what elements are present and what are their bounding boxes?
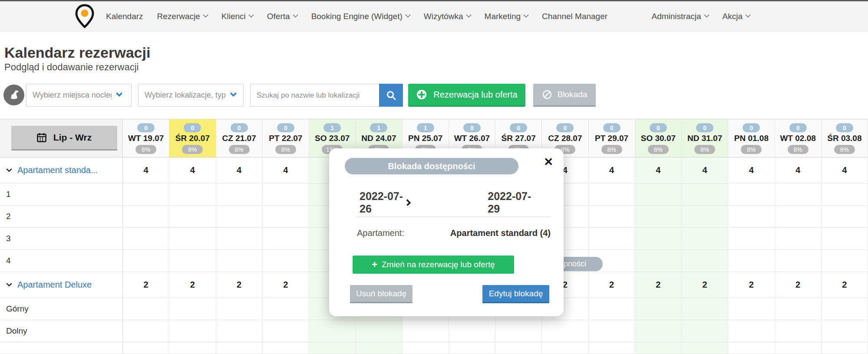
calendar-cell[interactable] — [728, 184, 775, 205]
calendar-cell[interactable] — [822, 250, 868, 272]
calendar-cell[interactable] — [822, 206, 868, 227]
calendar-cell[interactable] — [728, 228, 775, 249]
date-from[interactable]: 2022-07-26 — [360, 190, 405, 215]
location-type-dropdown[interactable]: Wybierz lokalizacje, typ — [138, 84, 244, 107]
calendar-cell[interactable]: 4 — [589, 157, 635, 183]
calendar-cell[interactable] — [635, 320, 682, 342]
calendar-cell[interactable] — [263, 228, 309, 249]
day-header-r-20-07[interactable]: 0ŚR 20.078% — [169, 119, 216, 157]
calendar-cell[interactable]: 4 — [728, 157, 775, 183]
nav-item-marketing[interactable]: Marketing — [485, 12, 528, 21]
calendar-cell[interactable] — [775, 298, 822, 320]
calendar-cell[interactable] — [123, 320, 169, 342]
nav-item-kalendarz[interactable]: Kalendarz — [106, 12, 143, 21]
calendar-cell[interactable]: 2 — [682, 272, 728, 298]
day-header-so-30-07[interactable]: 0SO 30.078% — [635, 119, 682, 157]
calendar-cell[interactable] — [775, 342, 822, 354]
calendar-cell[interactable]: 2 — [169, 272, 216, 298]
close-icon[interactable]: ✕ — [544, 156, 553, 167]
calendar-cell[interactable] — [682, 184, 728, 205]
calendar-cell[interactable] — [169, 320, 216, 342]
calendar-cell[interactable] — [682, 250, 728, 272]
convert-to-reservation-button[interactable]: + Zmień na rezerwację lub ofertę — [353, 256, 514, 274]
calendar-cell[interactable] — [822, 184, 868, 205]
calendar-cell[interactable] — [728, 298, 775, 320]
calendar-cell[interactable] — [635, 342, 682, 354]
calendar-cell[interactable]: 4 — [635, 157, 682, 183]
calendar-cell[interactable] — [635, 206, 682, 227]
calendar-cell[interactable]: 2 — [589, 272, 635, 298]
calendar-cell[interactable] — [589, 298, 635, 320]
calendar-cell[interactable] — [542, 320, 588, 342]
calendar-cell[interactable]: 4 — [263, 157, 309, 183]
calendar-cell[interactable] — [589, 342, 635, 354]
calendar-cell[interactable] — [356, 342, 402, 354]
nav-item-administracja[interactable]: Administracja — [651, 12, 708, 21]
block-button[interactable]: Blokada — [533, 84, 596, 107]
nav-item-akcja[interactable]: Akcja — [723, 12, 750, 21]
day-header-wt-02-08[interactable]: 0WT 02.088% — [775, 119, 822, 157]
calendar-cell[interactable] — [775, 184, 822, 205]
calendar-cell[interactable] — [123, 228, 169, 249]
nav-item-channel-manager[interactable]: Channel Manager — [542, 12, 607, 21]
map-pin-logo[interactable] — [75, 4, 95, 29]
calendar-cell[interactable]: 2 — [635, 272, 682, 298]
calendar-cell[interactable] — [216, 184, 263, 205]
calendar-cell[interactable]: 4 — [169, 157, 216, 183]
calendar-cell[interactable] — [263, 250, 309, 272]
day-header-r-03-08[interactable]: 0ŚR 03.088% — [822, 119, 868, 157]
calendar-cell[interactable] — [635, 298, 682, 320]
calendar-cell[interactable] — [495, 342, 542, 354]
nav-item-klienci[interactable]: Klienci — [221, 12, 253, 21]
calendar-cell[interactable] — [356, 320, 402, 342]
calendar-cell[interactable] — [495, 320, 542, 342]
calendar-cell[interactable]: 2 — [775, 272, 822, 298]
clear-filters-button[interactable] — [3, 85, 24, 105]
nav-item-wizyt-wka[interactable]: Wizytówka — [424, 12, 471, 21]
nav-item-oferta[interactable]: Oferta — [267, 12, 297, 21]
calendar-cell[interactable] — [403, 320, 449, 342]
calendar-cell[interactable] — [216, 320, 263, 342]
calendar-cell[interactable] — [775, 206, 822, 227]
calendar-cell[interactable] — [589, 184, 635, 205]
calendar-cell[interactable] — [682, 342, 728, 354]
day-header-cz-21-07[interactable]: 0CZ 21.078% — [216, 119, 263, 157]
calendar-cell[interactable] — [822, 298, 868, 320]
calendar-cell[interactable] — [589, 206, 635, 227]
reservation-or-offer-button[interactable]: Rezerwacja lub oferta — [408, 84, 525, 107]
calendar-cell[interactable]: 4 — [216, 157, 263, 183]
date-to[interactable]: 2022-07-29 — [488, 190, 533, 215]
search-button[interactable] — [379, 84, 403, 107]
calendar-cell[interactable] — [169, 250, 216, 272]
calendar-cell[interactable] — [775, 228, 822, 249]
calendar-cell[interactable] — [263, 206, 309, 227]
calendar-cell[interactable]: 2 — [123, 272, 169, 298]
calendar-cell[interactable]: 2 — [216, 272, 263, 298]
accommodation-dropdown[interactable]: Wybierz miejsca noclego — [26, 84, 132, 107]
calendar-cell[interactable] — [449, 320, 495, 342]
calendar-cell[interactable]: 4 — [123, 157, 169, 183]
calendar-cell[interactable] — [216, 298, 263, 320]
day-header-pt-22-07[interactable]: 0PT 22.078% — [263, 119, 309, 157]
calendar-cell[interactable] — [775, 250, 822, 272]
day-header-pn-01-08[interactable]: 0PN 01.088% — [728, 119, 775, 157]
calendar-cell[interactable] — [682, 320, 728, 342]
calendar-cell[interactable] — [728, 250, 775, 272]
calendar-cell[interactable]: 2 — [263, 272, 309, 298]
calendar-cell[interactable]: 4 — [822, 157, 868, 183]
calendar-cell[interactable] — [822, 342, 868, 354]
calendar-cell[interactable]: 4 — [775, 157, 822, 183]
calendar-cell[interactable] — [169, 184, 216, 205]
calendar-cell[interactable]: 2 — [822, 272, 868, 298]
calendar-cell[interactable] — [682, 298, 728, 320]
calendar-cell[interactable] — [263, 342, 309, 354]
calendar-cell[interactable] — [216, 228, 263, 249]
calendar-cell[interactable] — [123, 342, 169, 354]
calendar-cell[interactable] — [403, 342, 449, 354]
calendar-cell[interactable] — [123, 298, 169, 320]
calendar-cell[interactable] — [728, 320, 775, 342]
calendar-cell[interactable] — [123, 250, 169, 272]
calendar-cell[interactable] — [169, 298, 216, 320]
calendar-cell[interactable] — [216, 250, 263, 272]
calendar-cell[interactable] — [635, 228, 682, 249]
